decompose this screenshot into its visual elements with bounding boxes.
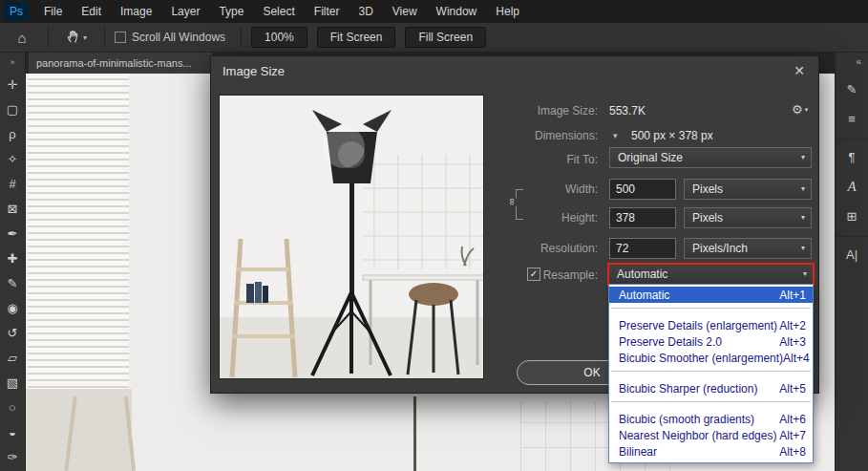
menu-item-label: Nearest Neighbor (hard edges)	[619, 429, 776, 442]
menu-filter[interactable]: Filter	[305, 0, 349, 23]
healing-brush-tool[interactable]: ✚	[0, 246, 25, 270]
close-icon[interactable]: ✕	[794, 63, 805, 78]
menu-item-shortcut: Alt+5	[779, 382, 806, 396]
chevron-down-icon: ▾	[801, 148, 805, 167]
height-unit-value: Pixels	[692, 208, 723, 227]
document-tab[interactable]: panorama-of-minimalistic-mans...	[29, 53, 212, 74]
fit-screen-button[interactable]: Fit Screen	[317, 27, 396, 48]
image-size-value: 553.7K	[609, 100, 646, 121]
move-tool[interactable]: ✛	[0, 72, 25, 96]
healing-brush-tool-icon: ✚	[8, 251, 18, 266]
dialog-title-bar[interactable]: Image Size ✕	[211, 56, 818, 85]
panel-dock: « ✎ ≡ ¶ A ⊞ A|	[835, 53, 868, 471]
blur-tool[interactable]: ○	[0, 395, 25, 419]
home-icon[interactable]: ⌂	[6, 30, 38, 46]
character-styles-panel-tab[interactable]: ⊞	[836, 203, 868, 228]
zoom-100-button[interactable]: 100%	[251, 27, 307, 48]
height-unit-select[interactable]: Pixels ▾	[684, 207, 812, 228]
menu-item-automatic[interactable]: Automatic Alt+1	[609, 287, 813, 303]
menu-item-bilinear[interactable]: Bilinear Alt+8	[609, 443, 813, 460]
history-brush-tool[interactable]: ↺	[0, 320, 25, 345]
glyphs-panel-tab[interactable]: A	[836, 174, 868, 199]
photo-window-blinds	[28, 74, 129, 389]
panel-group-divider	[836, 228, 868, 237]
type-panel-tab[interactable]: A|	[836, 242, 868, 267]
resolution-label: Resolution:	[483, 238, 598, 259]
pen-tool[interactable]: ✑	[0, 444, 25, 469]
fit-to-select[interactable]: Original Size ▾	[609, 147, 812, 168]
width-label: Width:	[483, 179, 598, 200]
chevron-down-icon: ▾	[805, 106, 809, 114]
menu-select[interactable]: Select	[253, 0, 304, 23]
menu-layer[interactable]: Layer	[161, 0, 209, 23]
link-chain-icon[interactable]: ∞	[506, 199, 519, 206]
menu-item-label: Bilinear	[619, 445, 657, 459]
collapse-tools-icon[interactable]: »	[0, 53, 25, 72]
resolution-input[interactable]	[609, 238, 676, 259]
options-divider	[241, 27, 242, 48]
photoshop-logo-icon[interactable]: Ps	[4, 2, 29, 21]
menu-item-shortcut: Alt+8	[779, 445, 806, 459]
menu-file[interactable]: File	[34, 0, 72, 23]
clone-stamp-tool-icon: ◉	[7, 301, 17, 315]
panel-group-divider	[836, 131, 868, 139]
glyphs-panel-icon: A	[847, 179, 856, 195]
menu-window[interactable]: Window	[427, 0, 487, 23]
brushes-panel-tab[interactable]: ✎	[836, 76, 868, 101]
menu-item-preserve-details-2[interactable]: Preserve Details 2.0 Alt+3	[609, 333, 813, 350]
fill-screen-button[interactable]: Fill Screen	[405, 27, 486, 48]
fit-to-label: Fit To:	[483, 149, 598, 170]
scroll-all-windows-checkbox[interactable]: Scroll All Windows	[115, 31, 225, 44]
width-unit-select[interactable]: Pixels ▾	[684, 179, 812, 200]
quick-selection-tool[interactable]: ✧	[0, 146, 25, 171]
menu-image[interactable]: Image	[111, 0, 161, 23]
paragraph-panel-tab[interactable]: ¶	[836, 144, 868, 169]
image-preview[interactable]	[219, 95, 484, 379]
menu-edit[interactable]: Edit	[72, 0, 111, 23]
resample-select[interactable]: Automatic ▾	[607, 263, 815, 286]
menu-type[interactable]: Type	[209, 0, 253, 23]
menu-item-label: Preserve Details 2.0	[619, 335, 722, 349]
crop-tool-icon: #	[9, 177, 15, 191]
menu-item-shortcut: Alt+1	[779, 289, 806, 302]
eraser-tool[interactable]: ▱	[0, 345, 25, 370]
dimensions-chevron-icon[interactable]: ▾	[613, 125, 618, 146]
character-styles-panel-icon: ⊞	[847, 209, 857, 224]
pen-tool-icon: ✑	[8, 450, 18, 464]
menu-help[interactable]: Help	[486, 0, 529, 23]
fit-to-value: Original Size	[618, 148, 683, 167]
resample-label: Resample:	[483, 265, 598, 286]
options-divider	[104, 27, 105, 48]
height-input[interactable]	[609, 207, 676, 228]
menu-item-bicubic-sharper[interactable]: Bicubic Sharper (reduction) Alt+5	[609, 380, 813, 396]
frame-tool[interactable]: ⊠	[0, 196, 25, 221]
menu-3d[interactable]: 3D	[349, 0, 382, 23]
resample-dropdown-menu: Automatic Alt+1 Preserve Details (enlarg…	[608, 284, 814, 463]
collapse-panels-icon[interactable]: «	[836, 53, 868, 72]
brush-tool[interactable]: ✎	[0, 270, 25, 295]
dialog-options-button[interactable]: ⚙ ▾	[792, 102, 808, 117]
menu-view[interactable]: View	[383, 0, 427, 23]
lasso-tool-icon: ρ	[9, 127, 15, 141]
menu-item-preserve-details-enlargement[interactable]: Preserve Details (enlargement) Alt+2	[609, 317, 813, 333]
menu-item-label: Preserve Details (enlargement)	[619, 319, 777, 332]
dodge-tool[interactable]: ◒	[0, 419, 25, 444]
gradient-tool[interactable]: ▧	[0, 370, 25, 395]
width-unit-value: Pixels	[692, 180, 723, 199]
menu-item-label: Automatic	[619, 289, 669, 302]
menu-item-bicubic-smoother[interactable]: Bicubic Smoother (enlargement) Alt+4	[609, 350, 813, 366]
resolution-unit-value: Pixels/Inch	[692, 239, 748, 258]
lasso-tool[interactable]: ρ	[0, 121, 25, 146]
menu-item-bicubic-smooth-gradients[interactable]: Bicubic (smooth gradients) Alt+6	[609, 411, 813, 427]
eyedropper-tool-icon: ✒	[8, 226, 18, 241]
marquee-tool[interactable]: ▢	[0, 96, 25, 121]
crop-tool[interactable]: #	[0, 171, 25, 196]
chevron-down-icon: ▾	[801, 208, 805, 227]
width-input[interactable]	[609, 179, 676, 200]
menu-item-nearest-neighbor[interactable]: Nearest Neighbor (hard edges) Alt+7	[609, 427, 813, 443]
clone-stamp-tool[interactable]: ◉	[0, 295, 25, 320]
brush-settings-panel-tab[interactable]: ≡	[836, 106, 868, 131]
eyedropper-tool[interactable]: ✒	[0, 221, 25, 246]
hand-tool-preset[interactable]: ▾	[58, 29, 95, 46]
resolution-unit-select[interactable]: Pixels/Inch ▾	[684, 238, 812, 259]
